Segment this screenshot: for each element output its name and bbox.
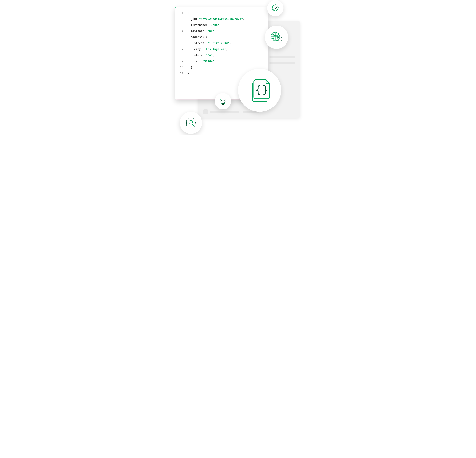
token-pun: { — [187, 11, 189, 15]
code-line: 6 street: '1 Circle Rd', — [179, 42, 264, 45]
globe-location-icon — [270, 30, 283, 44]
token-pun: : { — [203, 35, 208, 39]
verified-badge-circle — [267, 0, 283, 16]
token-pun: , — [214, 29, 216, 33]
code-line: 3 firstname: 'Jane', — [179, 23, 264, 27]
line-number: 5 — [179, 35, 183, 39]
code-line: 1{ — [179, 11, 264, 15]
code-content: state: 'CA', — [187, 54, 214, 57]
token-key: firstname — [191, 23, 206, 27]
svg-point-3 — [221, 100, 225, 104]
placeholder-bar — [270, 62, 295, 64]
line-number: 8 — [179, 54, 183, 57]
line-number: 7 — [179, 48, 183, 51]
code-content: firstname: 'Jane', — [187, 23, 221, 27]
token-pun — [187, 35, 191, 39]
token-pun: : — [204, 42, 208, 45]
token-str: 'Wu' — [208, 29, 214, 33]
token-pun: } — [187, 72, 189, 75]
code-content: { — [187, 11, 189, 15]
token-pun — [187, 60, 194, 63]
token-str: "5cf0029caff5056591b0ce7d" — [199, 17, 243, 21]
placeholder-bar — [203, 109, 208, 114]
code-line: 9 zip: '90404' — [179, 60, 264, 63]
placeholder-bar — [270, 56, 295, 58]
code-line: 10 } — [179, 66, 264, 69]
braces-search-circle — [180, 112, 202, 134]
token-key: street — [194, 42, 204, 45]
code-content: city: 'Los Angeles', — [187, 48, 228, 51]
token-pun — [187, 17, 191, 21]
token-pun: : — [204, 29, 208, 33]
code-content: lastname: 'Wu', — [187, 29, 216, 33]
lightbulb-circle — [215, 93, 231, 109]
json-documents-icon — [246, 77, 273, 104]
token-pun: , — [212, 54, 214, 57]
line-number: 11 — [179, 72, 183, 75]
line-number: 6 — [179, 42, 183, 45]
token-pun: } — [187, 66, 192, 69]
verified-checkmark-icon — [271, 4, 280, 13]
token-pun: , — [226, 48, 228, 51]
line-number: 4 — [179, 29, 183, 33]
code-content: zip: '90404' — [187, 60, 214, 63]
token-pun — [187, 42, 194, 45]
line-number: 9 — [179, 60, 183, 63]
code-line: 8 state: 'CA', — [179, 54, 264, 57]
json-documents-circle — [238, 69, 281, 112]
code-content: _id: "5cf0029caff5056591b0ce7d", — [187, 17, 245, 21]
token-pun: , — [230, 42, 231, 45]
code-line: 4 lastname: 'Wu', — [179, 29, 264, 33]
code-line: 2 _id: "5cf0029caff5056591b0ce7d", — [179, 17, 264, 21]
token-pun — [187, 23, 191, 27]
line-number: 3 — [179, 23, 183, 27]
token-key: city — [194, 48, 201, 51]
token-pun: , — [243, 17, 245, 21]
code-content: street: '1 Circle Rd', — [187, 42, 231, 45]
code-content: } — [187, 72, 189, 75]
token-pun: , — [219, 23, 221, 27]
token-pun: : — [203, 54, 206, 57]
token-str: 'CA' — [206, 54, 212, 57]
line-number: 10 — [179, 66, 183, 69]
token-pun — [187, 29, 191, 33]
token-pun — [187, 48, 194, 51]
code-content: address: { — [187, 35, 208, 39]
token-str: '90404' — [203, 60, 214, 63]
stage: 1{2 _id: "5cf0029caff5056591b0ce7d",3 fi… — [168, 0, 308, 135]
token-pun — [187, 54, 194, 57]
token-pun: : — [206, 23, 209, 27]
lightbulb-icon — [218, 96, 228, 106]
code-line: 5 address: { — [179, 35, 264, 39]
token-pun: : — [201, 48, 204, 51]
placeholder-bar — [210, 111, 239, 113]
svg-point-2 — [280, 39, 280, 40]
code-line: 7 city: 'Los Angeles', — [179, 48, 264, 51]
token-pun: : — [196, 17, 199, 21]
token-key: lastname — [191, 29, 204, 33]
token-key: state — [194, 54, 202, 57]
token-key: zip — [194, 60, 199, 63]
token-str: 'Los Angeles' — [204, 48, 226, 51]
code-content: } — [187, 66, 192, 69]
token-str: '1 Circle Rd' — [208, 42, 230, 45]
globe-location-circle — [265, 25, 288, 49]
line-number: 1 — [179, 11, 183, 15]
token-pun: : — [199, 60, 203, 63]
token-str: 'Jane' — [209, 23, 219, 27]
line-number: 2 — [179, 17, 183, 21]
token-key: _id — [191, 17, 196, 21]
token-key: address — [191, 35, 202, 39]
braces-search-icon — [184, 116, 198, 130]
